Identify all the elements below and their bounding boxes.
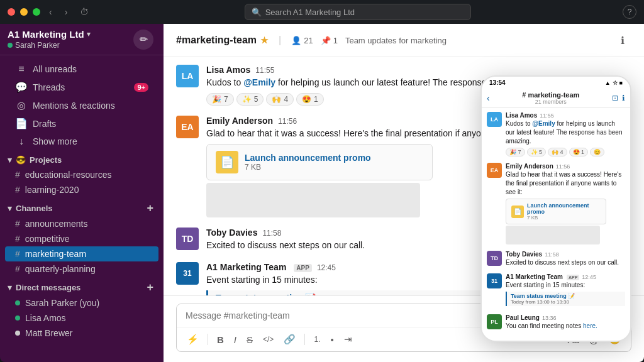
phone-msg-header: Lisa Amos 11:55 bbox=[506, 112, 625, 119]
search-bar[interactable]: 🔍 Search A1 Marketing Ltd bbox=[245, 4, 471, 20]
avatar: LA bbox=[176, 65, 199, 87]
unordered-list-button[interactable]: • bbox=[326, 332, 337, 348]
dm-section-header[interactable]: ▾ Direct messages + bbox=[0, 277, 164, 295]
show-more-icon: ↓ bbox=[15, 136, 28, 147]
sidebar-label-drafts: Drafts bbox=[33, 119, 56, 129]
phone-reaction-item[interactable]: 😍 1 bbox=[569, 148, 589, 156]
attachment-size: 7 KB bbox=[245, 163, 371, 172]
search-placeholder: Search A1 Marketing Ltd bbox=[265, 8, 355, 17]
online-dot bbox=[15, 300, 20, 305]
compose-button[interactable]: ✏ bbox=[133, 30, 153, 50]
channels-section-header[interactable]: ▾ Channels + bbox=[0, 197, 164, 216]
history-button[interactable]: ⏱ bbox=[76, 6, 92, 18]
workspace-name[interactable]: A1 Marketing Ltd ▾ bbox=[8, 29, 91, 40]
phone-file-attachment[interactable]: 📄 Launch announcement promo 7 KB bbox=[506, 199, 606, 224]
projects-emoji: 😎 bbox=[16, 155, 26, 165]
channel-item-competitive[interactable]: # competitive bbox=[5, 231, 158, 246]
mention[interactable]: @Emily bbox=[243, 77, 275, 87]
phone-mention[interactable]: @Emily bbox=[532, 120, 555, 127]
phone-msg-time: 12:45 bbox=[582, 274, 596, 280]
sidebar-item-threads[interactable]: 💬 Threads 9+ bbox=[5, 78, 158, 96]
sidebar-item-drafts[interactable]: 📄 Drafts bbox=[5, 114, 158, 133]
phone-reaction-item[interactable]: ✨ 5 bbox=[527, 148, 547, 156]
dm-label-sarah: Sarah Parker (you) bbox=[25, 298, 99, 308]
sender-name: Toby Davies bbox=[206, 228, 257, 238]
back-button[interactable]: ‹ bbox=[45, 6, 56, 18]
dm-item-matt[interactable]: Matt Brewer bbox=[5, 326, 158, 341]
phone-app-badge: APP bbox=[567, 275, 579, 280]
phone-msg-time: 11:55 bbox=[540, 112, 554, 119]
hash-icon: # bbox=[15, 170, 20, 180]
sidebar-label-threads: Threads bbox=[33, 82, 65, 92]
channel-item-quarterly-planning[interactable]: # quarterly-planning bbox=[5, 261, 158, 277]
attachment-info: Launch announcement promo 7 KB bbox=[245, 153, 371, 172]
attachment-name: Launch announcement promo bbox=[245, 153, 371, 163]
sidebar-label-mentions: Mentions & reactions bbox=[33, 101, 115, 111]
bold-button[interactable]: B bbox=[213, 332, 228, 348]
phone-reaction-item[interactable]: 🙌 4 bbox=[548, 148, 567, 156]
star-icon[interactable]: ★ bbox=[260, 35, 269, 45]
minimize-button[interactable] bbox=[20, 8, 28, 16]
reaction-item[interactable]: 🎉 7 bbox=[206, 93, 234, 106]
link-button[interactable]: 🔗 bbox=[280, 331, 299, 348]
reaction-item[interactable]: ✨ 5 bbox=[236, 93, 264, 106]
phone-channel-name: # marketing-team bbox=[494, 91, 608, 99]
forward-button[interactable]: › bbox=[61, 6, 72, 18]
hash-icon: # bbox=[15, 185, 20, 195]
phone-reaction-item[interactable]: 😊 bbox=[590, 148, 604, 156]
channel-item-educational-resources[interactable]: # educational-resources bbox=[5, 167, 158, 182]
phone-msg-header: A1 Marketing Team APP 12:45 bbox=[506, 273, 625, 280]
dm-item-sarah[interactable]: Sarah Parker (you) bbox=[5, 295, 158, 310]
phone-search-icon[interactable]: ⊡ bbox=[612, 94, 618, 102]
maximize-button[interactable] bbox=[33, 8, 40, 16]
phone-avatar: EA bbox=[487, 163, 502, 178]
mentions-icon: ◎ bbox=[15, 99, 28, 111]
pin-icon: 📌 bbox=[321, 36, 331, 45]
reaction-item[interactable]: 🙌 4 bbox=[266, 93, 294, 106]
phone-att-size: 7 KB bbox=[527, 215, 601, 221]
channel-header: #marketing-team ★ | 👤 21 📌 1 Team update… bbox=[164, 24, 644, 57]
add-channel-button[interactable]: + bbox=[147, 202, 153, 214]
phone-msg-text: Event starting in 15 minutes: bbox=[506, 281, 625, 290]
channel-label-educational-resources: educational-resources bbox=[25, 170, 112, 180]
threads-icon: 💬 bbox=[15, 81, 28, 93]
channel-label-quarterly-planning: quarterly-planning bbox=[25, 264, 96, 274]
phone-sender-name: A1 Marketing Team bbox=[506, 273, 563, 280]
phone-messages[interactable]: LA Lisa Amos 11:55 Kudos to @Emily for h… bbox=[482, 108, 630, 341]
lightning-bolt-button[interactable]: ⚡ bbox=[183, 331, 203, 348]
channel-item-learning-2020[interactable]: # learning-2020 bbox=[5, 182, 158, 197]
help-button[interactable]: ? bbox=[623, 5, 636, 19]
file-icon: 📄 bbox=[216, 151, 238, 173]
channel-item-announcements[interactable]: # announcements bbox=[5, 216, 158, 231]
sidebar-item-unreads[interactable]: ≡ All unreads bbox=[5, 60, 158, 78]
ordered-list-button[interactable]: 1. bbox=[310, 332, 324, 346]
phone-msg-body: Emily Anderson 11:56 Glad to hear that i… bbox=[506, 163, 625, 244]
channel-info-button[interactable]: ℹ bbox=[614, 31, 631, 49]
channels-chevron-icon: ▾ bbox=[8, 204, 12, 213]
reaction-item[interactable]: 😍 1 bbox=[296, 93, 324, 106]
code-button[interactable]: </> bbox=[259, 332, 277, 346]
add-dm-button[interactable]: + bbox=[147, 282, 153, 293]
phone-link[interactable]: here. bbox=[583, 322, 597, 329]
projects-section-header[interactable]: ▾ 😎 Projects bbox=[0, 150, 164, 167]
phone-avatar: 31 bbox=[487, 273, 502, 288]
strikethrough-button[interactable]: S bbox=[243, 332, 257, 348]
list-item: TD Toby Davies 11:58 Excited to discuss … bbox=[487, 251, 625, 267]
phone-reactions: 🎉 7 ✨ 5 🙌 4 😍 1 😊 bbox=[506, 148, 625, 156]
phone-msg-time: 11:56 bbox=[556, 163, 570, 170]
phone-msg-time: 11:58 bbox=[545, 251, 559, 258]
close-button[interactable] bbox=[8, 8, 15, 16]
phone-back-button[interactable]: ‹ bbox=[487, 93, 490, 103]
avatar: EA bbox=[176, 116, 199, 138]
indent-button[interactable]: ⇥ bbox=[340, 331, 356, 348]
phone-reaction-item[interactable]: 🎉 7 bbox=[506, 148, 525, 156]
sidebar-item-show-more[interactable]: ↓ Show more bbox=[5, 133, 158, 150]
channel-item-marketing-team[interactable]: # marketing-team bbox=[5, 246, 158, 261]
phone-info-icon[interactable]: ℹ bbox=[622, 94, 625, 102]
sidebar-item-mentions[interactable]: ◎ Mentions & reactions bbox=[5, 96, 158, 114]
dm-item-lisa[interactable]: Lisa Amos bbox=[5, 310, 158, 326]
sender-name: A1 Marketing Team bbox=[206, 262, 286, 272]
file-attachment[interactable]: 📄 Launch announcement promo 7 KB bbox=[206, 144, 433, 180]
dm-label: Direct messages bbox=[16, 283, 80, 292]
italic-button[interactable]: I bbox=[230, 332, 240, 348]
